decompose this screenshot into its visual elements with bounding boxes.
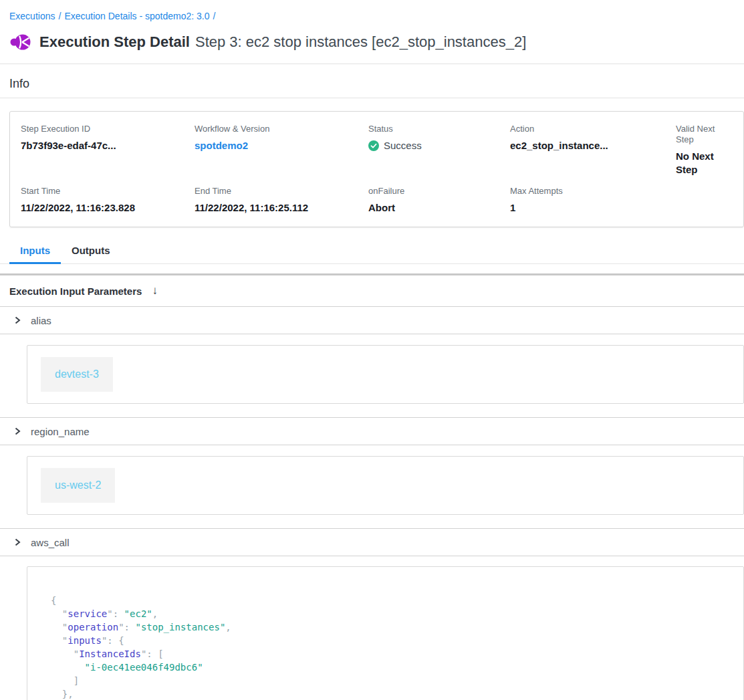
breadcrumb-separator: /	[55, 11, 64, 21]
field-label: Max Attempts	[510, 186, 676, 197]
param-panel-region-name: us-west-2	[27, 456, 744, 515]
field-on-failure: onFailure Abort	[368, 186, 510, 215]
info-divider	[0, 98, 744, 98]
tab-inputs[interactable]: Inputs	[9, 243, 61, 264]
chevron-right-icon	[13, 538, 21, 546]
field-label: Start Time	[21, 186, 195, 197]
param-value-chip: us-west-2	[41, 468, 115, 503]
info-card: Step Execution ID 7b73f93e-edaf-47c... W…	[9, 111, 744, 227]
status-text: Success	[384, 139, 422, 152]
page-title: Execution Step DetailStep 3: ec2 stop in…	[39, 32, 526, 52]
field-value: 1	[510, 201, 676, 215]
field-status: Status Success	[368, 124, 510, 177]
header-divider	[0, 64, 744, 64]
field-value: 11/22/2022, 11:16:23.828	[21, 201, 195, 215]
field-label: Workflow & Version	[195, 124, 368, 134]
field-label: onFailure	[368, 186, 510, 197]
field-value: 11/22/2022, 11:16:25.112	[195, 201, 368, 215]
page-title-step: Step 3: ec2 stop instances [ec2_stop_ins…	[195, 33, 526, 50]
tab-bar: Inputs Outputs	[0, 243, 744, 264]
field-value: No Next Step	[676, 150, 733, 177]
param-name: alias	[31, 315, 51, 326]
field-label: Step Execution ID	[21, 124, 195, 134]
params-header-label: Execution Input Parameters	[9, 285, 142, 297]
execution-input-parameters-header: Execution Input Parameters ↓	[0, 275, 744, 307]
field-workflow-version: Workflow & Version spotdemo2	[195, 124, 368, 177]
param-panel-aws-call: { "service": "ec2", "operation": "stop_i…	[27, 566, 744, 700]
field-max-attempts: Max Attempts 1	[510, 186, 676, 215]
field-value: ec2_stop_instance...	[510, 139, 676, 152]
info-section-title: Info	[9, 77, 735, 91]
field-label: End Time	[195, 186, 368, 197]
param-panel-alias: devtest-3	[27, 345, 744, 404]
breadcrumb-link-executions[interactable]: Executions	[9, 11, 55, 21]
breadcrumb-separator: /	[210, 11, 219, 21]
field-valid-next-step: Valid Next Step No Next Step	[676, 124, 733, 177]
breadcrumb: Executions/Execution Details - spotdemo2…	[0, 0, 744, 21]
field-start-time: Start Time 11/22/2022, 11:16:23.828	[21, 186, 195, 215]
param-name: region_name	[31, 426, 90, 437]
field-label: Valid Next Step	[676, 124, 733, 145]
field-label: Status	[368, 124, 510, 134]
page-title-main: Execution Step Detail	[39, 33, 190, 50]
field-label: Action	[510, 124, 676, 134]
success-check-icon	[368, 140, 379, 151]
param-row-alias[interactable]: alias	[0, 307, 744, 334]
field-value: Abort	[368, 201, 510, 215]
field-step-execution-id: Step Execution ID 7b73f93e-edaf-47c...	[21, 124, 195, 177]
execution-step-detail-page: Executions/Execution Details - spotdemo2…	[0, 0, 744, 700]
param-row-aws-call[interactable]: aws_call	[0, 529, 744, 556]
chevron-right-icon	[13, 316, 21, 324]
sort-down-arrow-icon[interactable]: ↓	[152, 284, 158, 298]
param-name: aws_call	[31, 537, 70, 548]
json-code: { "service": "ec2", "operation": "stop_i…	[51, 594, 730, 700]
field-end-time: End Time 11/22/2022, 11:16:25.112	[195, 186, 368, 215]
field-empty	[676, 186, 733, 215]
field-action: Action ec2_stop_instance...	[510, 124, 676, 177]
workflow-app-logo-icon	[9, 31, 31, 53]
tab-outputs[interactable]: Outputs	[61, 243, 121, 264]
workflow-link[interactable]: spotdemo2	[195, 140, 248, 151]
chevron-right-icon	[13, 427, 21, 435]
page-header: Execution Step DetailStep 3: ec2 stop in…	[9, 31, 735, 53]
field-value: 7b73f93e-edaf-47c...	[21, 139, 195, 152]
status-badge: Success	[368, 139, 510, 152]
param-row-region-name[interactable]: region_name	[0, 418, 744, 445]
breadcrumb-link-execution-details[interactable]: Execution Details - spotdemo2: 3.0	[64, 11, 209, 21]
param-value-chip: devtest-3	[41, 357, 113, 392]
